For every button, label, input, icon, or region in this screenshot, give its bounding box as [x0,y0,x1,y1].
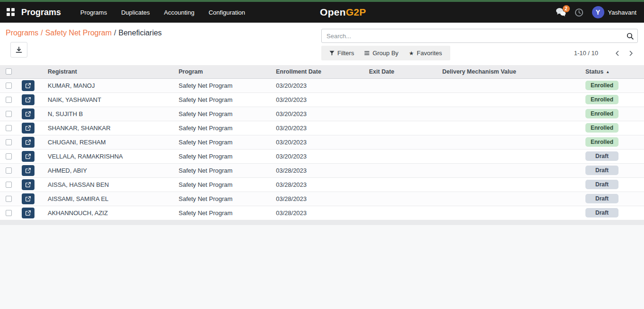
group-by-icon [364,50,369,56]
group-by-button[interactable]: Group By [359,46,404,60]
download-icon [15,46,23,54]
external-link-icon [25,210,31,216]
search-icon [626,32,634,40]
row-select-cell [0,192,19,206]
table-row[interactable]: SHANKAR, SHANKAR Safety Net Program 03/2… [0,121,644,135]
apps-grid-icon[interactable] [7,8,15,17]
star-icon: ★ [409,50,414,57]
row-checkbox[interactable] [6,139,12,145]
cell-registrant: AISSA, HASSAN BEN [45,177,176,192]
row-select-cell [0,121,19,135]
cell-delivery-mechanism-value [439,92,583,107]
row-select-cell [0,78,19,92]
open-record-cell [19,149,45,163]
activities-icon[interactable] [575,8,584,17]
cell-registrant: AISSAMI, SAMIRA EL [45,192,176,206]
open-record-button[interactable] [22,109,34,119]
open-record-button[interactable] [22,137,34,148]
open-record-button[interactable] [22,208,34,218]
cell-registrant: NAIK, YASHAVANT [45,92,176,107]
table-body: KUMAR, MANOJ Safety Net Program 03/20/20… [0,78,644,220]
table-row[interactable]: AISSAMI, SAMIRA EL Safety Net Program 03… [0,192,644,206]
cell-delivery-mechanism-value [439,121,583,135]
column-header-delivery-mechanism-value[interactable]: Delivery Mechanism Value [439,65,583,78]
nav-menu: Programs Duplicates Accounting Configura… [73,2,252,23]
row-checkbox[interactable] [6,125,12,131]
row-checkbox[interactable] [6,111,12,117]
messages-icon[interactable]: 2 [556,8,566,17]
open-record-button[interactable] [22,94,34,105]
cell-delivery-mechanism-value [439,192,583,206]
search-input[interactable] [321,29,638,43]
user-menu[interactable]: Y Yashavant [592,6,636,18]
table-header-row: Registrant Program Enrollment Date Exit … [0,65,644,78]
row-checkbox[interactable] [6,182,12,188]
openg2p-logo: OpenG2P [320,2,366,23]
breadcrumb-safety-net-program[interactable]: Safety Net Program [45,29,112,37]
status-badge: Draft [585,194,618,203]
breadcrumb-separator: / [41,29,43,37]
nav-item-configuration[interactable]: Configuration [201,2,252,23]
control-panel: Programs/Safety Net Program/Beneficiarie… [0,23,644,65]
table-row[interactable]: NAIK, YASHAVANT Safety Net Program 03/20… [0,92,644,107]
cell-delivery-mechanism-value [439,206,583,220]
cell-registrant: AHMED, ABIY [45,163,176,177]
table-row[interactable]: AHMED, ABIY Safety Net Program 03/28/202… [0,163,644,177]
logo-g2p-text: G2P [346,7,366,18]
table-row[interactable]: KUMAR, MANOJ Safety Net Program 03/20/20… [0,78,644,92]
open-record-cell [19,192,45,206]
export-download-button[interactable] [10,42,27,58]
row-checkbox[interactable] [6,97,12,103]
open-record-cell [19,177,45,192]
table-row[interactable]: CHUGANI, RESHAM Safety Net Program 03/20… [0,135,644,149]
cell-registrant: SHANKAR, SHANKAR [45,121,176,135]
open-record-button[interactable] [22,179,34,190]
row-checkbox[interactable] [6,167,12,174]
row-checkbox[interactable] [6,210,12,216]
status-badge: Enrolled [585,81,618,90]
favorites-button[interactable]: ★ Favorites [404,46,447,60]
pagination-next-button[interactable] [624,49,638,58]
select-all-checkbox[interactable] [6,68,12,75]
column-header-exit-date[interactable]: Exit Date [366,65,439,78]
row-checkbox[interactable] [6,153,12,159]
cell-program: Safety Net Program [176,163,273,177]
open-record-button[interactable] [22,80,34,91]
column-header-registrant[interactable]: Registrant [45,65,176,78]
user-name: Yashavant [608,9,636,16]
row-checkbox[interactable] [6,83,12,89]
app-title: Programs [21,8,61,17]
status-badge: Enrolled [585,95,618,104]
table-row[interactable]: AKHANNOUCH, AZIZ Safety Net Program 03/2… [0,206,644,220]
open-record-cell [19,107,45,121]
table-row[interactable]: VELLALA, RAMAKRISHNA Safety Net Program … [0,149,644,163]
table-row[interactable]: AISSA, HASSAN BEN Safety Net Program 03/… [0,177,644,192]
table-row[interactable]: N, SUJITH B Safety Net Program 03/20/202… [0,107,644,121]
row-checkbox[interactable] [6,196,12,202]
pagination-prev-button[interactable] [610,49,624,58]
open-record-cell [19,92,45,107]
cell-enrollment-date: 03/20/2023 [273,78,366,92]
open-record-button[interactable] [22,151,34,162]
row-select-cell [0,107,19,121]
column-header-enrollment-date[interactable]: Enrollment Date [273,65,366,78]
nav-item-programs[interactable]: Programs [73,2,114,23]
nav-item-duplicates[interactable]: Duplicates [114,2,157,23]
breadcrumb-separator: / [114,29,116,37]
cell-registrant: VELLALA, RAMAKRISHNA [45,149,176,163]
nav-item-accounting[interactable]: Accounting [157,2,201,23]
open-record-button[interactable] [22,165,34,176]
open-record-button[interactable] [22,193,34,204]
filters-button[interactable]: Filters [324,46,359,60]
column-header-program[interactable]: Program [176,65,273,78]
cell-enrollment-date: 03/28/2023 [273,206,366,220]
sort-ascending-icon: ▲ [606,70,610,74]
status-badge: Draft [585,180,618,189]
breadcrumb-programs[interactable]: Programs [6,29,38,37]
cell-enrollment-date: 03/20/2023 [273,135,366,149]
open-record-button[interactable] [22,123,34,134]
column-header-status[interactable]: Status▲ [583,65,644,78]
filter-funnel-icon [329,50,335,56]
open-record-cell [19,206,45,220]
search-button[interactable] [624,30,636,42]
